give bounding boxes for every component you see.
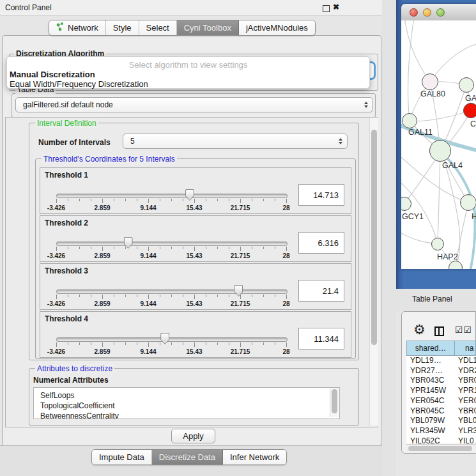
tick-mark [160,295,160,297]
list-item[interactable]: TopologicalCoefficient [34,401,339,411]
tick-mark [114,199,114,201]
node-gal80[interactable] [422,73,438,90]
tick-mark [91,199,91,201]
threshold-3-slider-handle[interactable] [234,285,243,296]
tab-infer-network[interactable]: Infer Network [223,450,286,464]
threshold-2-slider[interactable] [56,242,288,246]
top-tab-bar: Network Style Select Cyni Toolbox jActiv… [49,20,316,36]
list-item[interactable]: BetweennessCentrality [34,411,339,419]
tick-mark [286,295,287,299]
tick-mark [217,342,218,345]
column-layout-icon[interactable] [434,326,444,336]
threshold-2-slider-handle[interactable] [124,237,133,249]
tick-mark [68,247,68,249]
thresholds-group-title: Threshold's Coordinates for 5 Intervals [42,155,177,164]
tick-mark [206,199,206,201]
table-row[interactable]: YER054CYER0 [406,396,476,406]
table-row[interactable]: YBR045CYBR0 [406,406,476,417]
node-selected-red[interactable] [463,103,476,118]
node-gal[interactable] [459,77,474,93]
combo-stepper-icon [339,138,342,144]
table-row[interactable]: YLR345WYLR3 [406,426,476,436]
threshold-2-value-field[interactable]: 6.316 [298,232,344,254]
apply-button[interactable]: Apply [171,429,215,443]
tab-network[interactable]: Network [49,20,106,35]
tick-mark [263,295,264,297]
table-hscrollbar[interactable] [406,444,476,453]
tick-mark [252,199,252,201]
tick-mark [263,199,264,201]
number-of-intervals-combobox[interactable]: 5 [123,134,348,149]
menu-item-manual-discretization[interactable]: Manual Discretization [10,70,95,79]
tick-mark [229,247,229,249]
node-h[interactable] [460,194,476,211]
close-panel-icon[interactable]: ✖ [333,3,339,12]
tick-mark [79,199,80,201]
combo-stepper-icon [364,102,368,108]
attributes-scrollbar-thumb[interactable] [332,389,337,413]
interval-definition-title: Interval Definition [35,119,98,128]
tick-label: 9.144 [140,252,156,259]
tab-select[interactable]: Select [139,20,177,35]
threshold-2-ticks [56,247,286,252]
bottom-tab-bar: Impute Data Discretize Data Infer Networ… [91,449,287,465]
table-row[interactable]: YDL19…YDL1 [406,356,476,366]
node-hap2[interactable] [431,238,444,250]
gear-icon[interactable]: ⚙ [413,323,426,336]
threshold-1-slider-handle[interactable] [185,189,194,201]
tick-mark [275,342,275,345]
table-data-combobox[interactable]: galFiltered.sif default node [15,97,373,112]
node-gal11[interactable] [402,113,417,128]
threshold-3-value-field[interactable]: 21.4 [298,280,344,302]
tick-mark [91,247,91,249]
tick-label: 21.715 [231,252,250,259]
float-panel-icon[interactable] [323,5,330,12]
tick-mark [183,199,183,201]
table-row[interactable]: YPR145WYPR1 [406,386,476,396]
minimize-traffic-light-icon[interactable] [423,8,431,17]
threshold-4-value-field[interactable]: 11.344 [298,328,344,349]
tick-mark [125,342,126,345]
node-gal4[interactable] [429,140,451,162]
table-row[interactable]: YBL079WYBL0 [406,416,476,426]
list-item[interactable]: SelfLoops [34,390,339,401]
menu-item-equal-width-frequency[interactable]: Equal Width/Frequency Discretization [10,79,148,89]
tab-impute-data[interactable]: Impute Data [92,450,152,464]
tab-cyni-toolbox[interactable]: Cyni Toolbox [177,20,239,35]
settings-scrollbar[interactable] [369,118,378,426]
network-window-titlebar[interactable] [401,4,476,21]
threshold-4-slider[interactable] [56,337,288,342]
tab-jactivemnodules[interactable]: jActiveMNodules [239,20,315,35]
close-traffic-light-icon[interactable] [410,8,418,17]
select-columns-icon[interactable]: ☑☑ [455,325,472,335]
tab-discretize-data[interactable]: Discretize Data [152,450,223,464]
table-row[interactable]: YIL052CYIL0 [406,436,476,443]
table-row[interactable]: YBR043CYBR0 [406,376,476,386]
tick-label: 2.859 [94,300,110,307]
settings-scrollbar-thumb[interactable] [371,130,377,345]
tab-style[interactable]: Style [106,20,139,35]
network-canvas[interactable]: GAL80 GA C GAL11 GAL4 GCY1 H HAP2 [401,20,476,269]
tick-mark [68,342,68,345]
tick-mark [125,199,126,201]
table-rows: YDL19…YDL1 YDR27…YDR2 YBR043CYBR0 YPR145… [406,356,476,443]
tick-label: -3.426 [47,252,65,259]
zoom-traffic-light-icon[interactable] [436,8,445,17]
threshold-3-slider[interactable] [56,289,288,294]
threshold-1-slider[interactable] [56,194,288,198]
attributes-list-scrollbar[interactable] [330,388,339,417]
column-header-shared-name[interactable]: shared… [406,341,455,356]
column-header-name[interactable]: na [454,341,476,356]
table-hscrollbar-thumb[interactable] [408,446,472,451]
tick-mark [102,342,103,347]
threshold-4-slider-handle[interactable] [160,333,169,344]
table-row[interactable]: YDR27…YDR2 [406,366,476,376]
tick-mark [56,342,57,347]
tick-label: 9.144 [140,300,156,307]
threshold-4-tick-labels: -3.4262.8599.14415.4321.71528 [56,348,286,356]
tick-mark [102,199,103,203]
threshold-1-label: Threshold 1 [45,171,88,180]
numerical-attributes-label: Numerical Attributes [33,376,109,385]
tick-mark [263,342,264,345]
threshold-1-value-field[interactable]: 14.713 [298,184,344,206]
